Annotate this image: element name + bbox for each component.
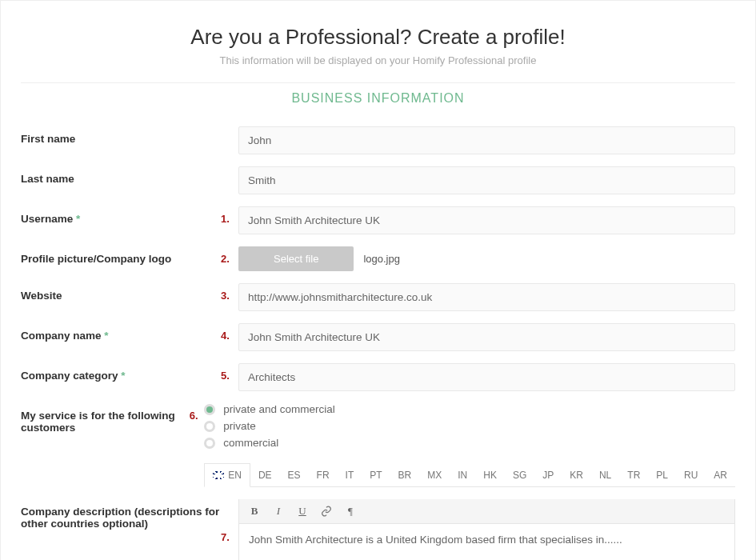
radio-icon [204,438,215,449]
label-website: Website [21,283,221,302]
page-title: Are you a Professional? Create a profile… [21,25,735,50]
tab-jp[interactable]: JP [534,463,562,486]
select-file-button[interactable]: Select file [238,246,354,271]
paragraph-button[interactable]: ¶ [340,502,361,520]
company-category-input[interactable] [238,363,735,391]
required-icon: * [121,370,125,382]
radio-private[interactable]: private [204,420,735,432]
tab-hk[interactable]: HK [475,463,505,486]
step-4: 4. [221,323,238,342]
username-input[interactable] [238,206,735,234]
tab-nl[interactable]: NL [591,463,619,486]
label-profile-picture: Profile picture/Company logo [21,246,221,265]
company-name-input[interactable] [238,323,735,351]
underline-button[interactable]: U [292,502,313,520]
required-icon: * [76,213,80,225]
required-icon: * [104,330,108,342]
link-icon [321,506,332,517]
file-name: logo.jpg [363,253,400,265]
link-button[interactable] [316,502,337,520]
last-name-input[interactable] [238,166,735,194]
step-7: 7. [221,499,238,543]
tab-ru[interactable]: RU [676,463,706,486]
page-subtitle: This information will be displayed on yo… [21,54,735,66]
tab-kr[interactable]: KR [562,463,591,486]
radio-icon [204,421,215,432]
label-username: Username [21,213,73,225]
step-3: 3. [221,283,238,302]
section-title: BUSINESS INFORMATION [21,82,735,114]
tab-de[interactable]: DE [250,463,280,486]
tab-it[interactable]: IT [338,463,362,486]
label-service-customers: My service is for the following customer… [21,403,190,434]
label-company-description: Company description (descriptions for ot… [21,499,221,530]
bold-button[interactable]: B [244,502,265,520]
label-company-name: Company name [21,330,102,342]
radio-private-commercial[interactable]: private and commercial [204,403,735,415]
label-company-category: Company category [21,370,118,382]
website-input[interactable] [238,283,735,311]
uk-flag-icon [213,471,224,479]
tab-tr[interactable]: TR [619,463,648,486]
tab-pt[interactable]: PT [362,463,390,486]
italic-button[interactable]: I [268,502,289,520]
customer-radio-group: private and commercial private commercia… [204,403,735,449]
tab-en[interactable]: EN [204,463,250,487]
tab-mx[interactable]: MX [419,463,450,486]
label-first-name: First name [21,126,221,145]
tab-ar[interactable]: AR [706,463,735,486]
tab-br[interactable]: BR [390,463,420,486]
language-tabs: EN DE ES FR IT PT BR MX IN HK SG JP KR N… [204,463,735,487]
editor-toolbar: B I U ¶ [239,499,734,524]
tab-pl[interactable]: PL [648,463,676,486]
tab-es[interactable]: ES [280,463,309,486]
radio-icon [204,404,215,415]
first-name-input[interactable] [238,126,735,154]
step-5: 5. [221,363,238,382]
tab-sg[interactable]: SG [505,463,534,486]
label-last-name: Last name [21,166,221,185]
page-header: Are you a Professional? Create a profile… [21,25,735,66]
tab-fr[interactable]: FR [309,463,338,486]
step-2: 2. [221,246,238,265]
description-editor: B I U ¶ John Smith Architecture is a Uni… [238,499,735,560]
step-1: 1. [221,206,238,225]
description-textarea[interactable]: John Smith Architecture is a United King… [239,524,734,560]
step-6: 6. [190,403,205,422]
radio-commercial[interactable]: commercial [204,437,735,449]
tab-in[interactable]: IN [450,463,475,486]
